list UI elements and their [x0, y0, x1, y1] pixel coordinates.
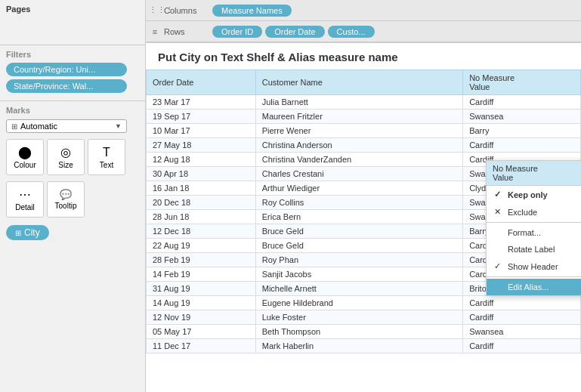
table-cell: Christina Anderson: [255, 138, 462, 153]
city-pill[interactable]: ⊞ City: [6, 225, 49, 240]
context-menu-format[interactable]: Format...: [487, 224, 581, 241]
table-cell: Swansea: [463, 325, 581, 339]
table-row: 12 Nov 19Luke FosterCardiff: [147, 310, 581, 325]
table-cell: Roy Collins: [255, 196, 462, 210]
table-cell: Maureen Fritzler: [255, 110, 462, 124]
rows-icon: ≡: [149, 27, 161, 36]
table-header-row: Order Date Customer Name No Measure Valu…: [147, 70, 581, 95]
table-row: 11 Dec 17Mark HaberlinCardiff: [147, 339, 581, 353]
table-cell: Cardiff: [463, 339, 581, 353]
table-cell: Swansea: [463, 110, 581, 124]
exclude-label: Exclude: [508, 208, 537, 217]
rows-shelf: ≡ Rows Order ID Order Date Custo...: [146, 21, 581, 42]
columns-icon: ⋮⋮⋮: [149, 5, 161, 15]
table-cell: 14 Aug 19: [147, 296, 256, 310]
table-cell: Bruce Geld: [255, 239, 462, 253]
filter-pill-state[interactable]: State/Province: Wal...: [6, 79, 127, 93]
size-icon: ◎: [60, 145, 71, 159]
city-pill-container: ⊞ City: [6, 225, 139, 240]
table-row: 10 Mar 17Pierre WenerBarry: [147, 124, 581, 138]
marks-label: Marks: [6, 106, 139, 115]
context-menu-header: No Measure Value: [487, 161, 581, 186]
rows-orderdate-pill[interactable]: Order Date: [265, 26, 324, 38]
rows-customer-pill[interactable]: Custo...: [328, 26, 375, 38]
rotate-label-label: Rotate Label: [508, 245, 555, 254]
edit-alias-label: Edit Alias...: [508, 282, 549, 292]
table-cell: 28 Jun 18: [147, 210, 256, 224]
format-label: Format...: [508, 228, 541, 237]
table-cell: Pierre Wener: [255, 124, 462, 138]
table-row: 05 May 17Beth ThompsonSwansea: [147, 325, 581, 339]
columns-shelf: ⋮⋮⋮ Columns Measure Names: [146, 0, 581, 21]
text-button[interactable]: T Text: [88, 139, 125, 175]
table-cell: Charles Crestani: [255, 167, 462, 181]
header-no-measure[interactable]: No Measure Value: [463, 70, 581, 95]
table-cell: 12 Dec 18: [147, 224, 256, 239]
rows-orderid-pill[interactable]: Order ID: [212, 26, 262, 38]
view-title: Put City on Text Shelf & Alias measure n…: [146, 43, 581, 69]
table-cell: Luke Foster: [255, 310, 462, 325]
table-cell: 05 May 17: [147, 325, 256, 339]
colour-button[interactable]: ⬤ Colour: [6, 139, 44, 175]
table-cell: Roy Phan: [255, 253, 462, 267]
context-menu-exclude[interactable]: ✕ Exclude: [487, 203, 581, 221]
filters-label: Filters: [6, 50, 139, 59]
data-view: Order Date Customer Name No Measure Valu…: [146, 69, 581, 392]
marks-type-dropdown[interactable]: ⊞ Automatic ▼: [6, 119, 127, 133]
columns-label: Columns: [164, 6, 209, 15]
table-cell: 20 Dec 18: [147, 196, 256, 210]
context-menu-keep-only[interactable]: ✓ Keep only: [487, 186, 581, 203]
table-cell: Mark Haberlin: [255, 339, 462, 353]
keep-only-label: Keep only: [508, 190, 548, 199]
table-cell: Michelle Arnett: [255, 282, 462, 296]
detail-button[interactable]: ⋯ Detail: [6, 181, 44, 218]
table-cell: Cardiff: [463, 296, 581, 310]
table-cell: Bruce Geld: [255, 224, 462, 239]
text-icon: T: [103, 146, 110, 159]
table-cell: Arthur Wiediger: [255, 181, 462, 196]
shelves: ⋮⋮⋮ Columns Measure Names ≡ Rows Order I…: [146, 0, 581, 43]
context-menu-show-header[interactable]: ✓ Show Header: [487, 258, 581, 275]
table-cell: Barry: [463, 124, 581, 138]
context-menu-edit-alias[interactable]: Edit Alias...: [487, 279, 581, 295]
tooltip-button[interactable]: 💬 Tooltip: [47, 181, 85, 218]
text-label: Text: [100, 161, 113, 169]
table-row: 19 Sep 17Maureen FritzlerSwansea: [147, 110, 581, 124]
exclude-x-icon: ✕: [494, 207, 505, 217]
table-cell: 12 Nov 19: [147, 310, 256, 325]
context-menu-divider2: [487, 276, 581, 277]
detail-label: Detail: [15, 203, 35, 211]
marks-type-icon: ⊞: [11, 122, 17, 131]
city-pill-label: City: [24, 227, 40, 238]
dropdown-arrow-icon: ▼: [115, 122, 122, 130]
columns-measure-names-pill[interactable]: Measure Names: [212, 5, 292, 17]
rows-label: Rows: [164, 27, 209, 36]
colour-icon: ⬤: [18, 145, 32, 159]
table-cell: Cardiff: [463, 310, 581, 325]
table-cell: 19 Sep 17: [147, 110, 256, 124]
table-cell: 30 Apr 18: [147, 167, 256, 181]
table-row: 27 May 18Christina AndersonCardiff: [147, 138, 581, 153]
marks-type-label: Automatic: [20, 122, 115, 131]
tooltip-icon: 💬: [60, 189, 72, 200]
filter-pill-country[interactable]: Country/Region: Uni...: [6, 63, 127, 76]
size-button[interactable]: ◎ Size: [47, 139, 85, 175]
table-cell: Cardiff: [463, 95, 581, 110]
context-menu-rotate-label[interactable]: Rotate Label: [487, 241, 581, 258]
table-cell: Eugene Hildebrand: [255, 296, 462, 310]
size-label: Size: [58, 161, 73, 169]
table-cell: Christina VanderZanden: [255, 153, 462, 167]
table-cell: 22 Aug 19: [147, 239, 256, 253]
detail-icon: ⋯: [19, 187, 31, 202]
table-cell: 11 Dec 17: [147, 339, 256, 353]
context-menu: No Measure Value ✓ Keep only ✕ Exclude F…: [486, 160, 581, 296]
table-cell: 10 Mar 17: [147, 124, 256, 138]
table-cell: 23 Mar 17: [147, 95, 256, 110]
show-header-check-icon: ✓: [494, 261, 505, 271]
table-row: 23 Mar 17Julia BarnettCardiff: [147, 95, 581, 110]
table-cell: Erica Bern: [255, 210, 462, 224]
table-cell: 12 Aug 18: [147, 153, 256, 167]
table-cell: 16 Jan 18: [147, 181, 256, 196]
table-cell: Julia Barnett: [255, 95, 462, 110]
keep-only-check-icon: ✓: [494, 190, 505, 199]
